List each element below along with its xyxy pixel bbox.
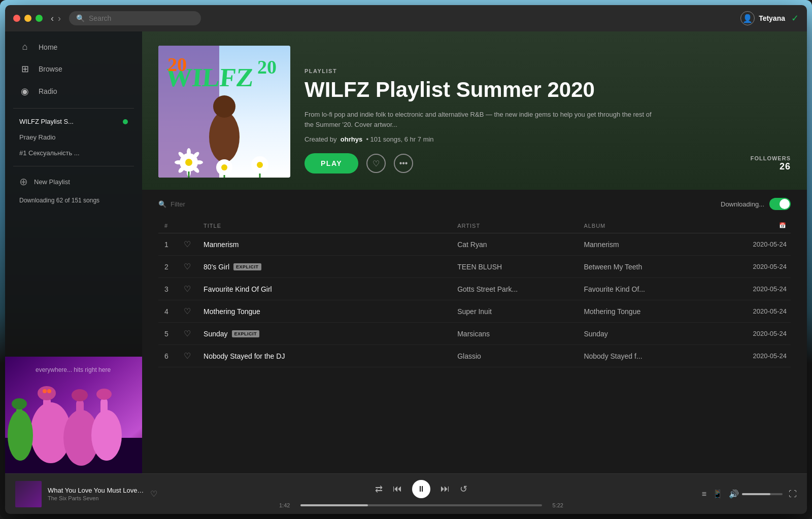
minimize-button[interactable] xyxy=(24,15,31,22)
calendar-icon: 📅 xyxy=(779,222,787,228)
svg-point-33 xyxy=(175,160,183,164)
fullscreen-button[interactable]: ⛶ xyxy=(789,490,797,499)
now-playing-info: What You Love You Must Love Now The Six … xyxy=(48,487,144,501)
more-options-button[interactable]: ••• xyxy=(394,154,413,173)
nav-forward-button[interactable]: › xyxy=(58,14,61,23)
col-header-artist: ARTIST xyxy=(451,218,578,233)
track-title: 80's Girl EXPLICIT xyxy=(197,256,419,278)
explicit-badge: EXPLICIT xyxy=(232,330,260,337)
next-button[interactable]: ⏭ xyxy=(441,483,450,494)
table-row[interactable]: 6 ♡ Nobody Stayed for the DJ Glassio xyxy=(158,345,791,367)
like-button[interactable]: ♡ xyxy=(184,239,191,249)
track-date: 2020-05-24 xyxy=(736,300,791,323)
col-header-title: TITLE xyxy=(197,218,419,233)
table-row[interactable]: 3 ♡ Favourite Kind Of Girl Gotts Street … xyxy=(158,278,791,300)
like-button[interactable]: ♡ xyxy=(184,306,191,316)
now-playing-title: What You Love You Must Love Now xyxy=(48,487,144,494)
track-album: Between My Teeth xyxy=(578,256,736,278)
new-playlist-button[interactable]: ⊕ New Playlist xyxy=(5,171,142,192)
pause-icon: ⏸ xyxy=(417,485,425,494)
playlist-meta: Created by ohrhys • 101 songs, 6 hr 7 mi… xyxy=(304,135,791,143)
sidebar-item-home[interactable]: ⌂ Home xyxy=(13,37,134,57)
title-with-badge: Mannerism xyxy=(204,240,413,249)
table-row[interactable]: 5 ♡ Sunday EXPLICIT Marsi xyxy=(158,323,791,345)
playlist-item-wilfz[interactable]: WILFZ Playlist S... xyxy=(13,114,134,129)
svg-point-13 xyxy=(47,389,51,393)
volume-icon-button[interactable]: 🔊 xyxy=(729,489,739,499)
close-button[interactable] xyxy=(13,15,20,22)
track-album: Mothering Tongue xyxy=(578,300,736,323)
filter-row: 🔍 Filter Downloading... xyxy=(158,198,791,210)
plus-icon: ⊕ xyxy=(19,176,28,188)
table-row[interactable]: 2 ♡ 80's Girl EXPLICIT TE xyxy=(158,256,791,278)
browse-icon: ⊞ xyxy=(19,63,30,75)
download-toggle[interactable] xyxy=(769,198,791,210)
now-playing-heart-button[interactable]: ♡ xyxy=(150,489,157,499)
devices-button[interactable]: 📱 xyxy=(713,489,723,499)
progress-track[interactable] xyxy=(300,504,542,506)
track-artist: TEEN BLUSH xyxy=(451,256,578,278)
like-button[interactable]: ♡ xyxy=(184,329,191,338)
svg-point-26 xyxy=(185,159,192,166)
track-title-text: Mannerism xyxy=(204,240,239,249)
shuffle-button[interactable]: ⇄ xyxy=(375,483,383,495)
cover-art-image: WILFZ 20 20 xyxy=(158,46,290,178)
created-by-prefix: Created by xyxy=(304,135,337,143)
like-button[interactable]: ♡ xyxy=(184,262,191,271)
nav-items: ⌂ Home ⊞ Browse ◉ Radio xyxy=(5,37,142,103)
track-number: 3 xyxy=(158,278,178,300)
checkmark-badge-icon: ✓ xyxy=(791,13,799,24)
sidebar-item-browse[interactable]: ⊞ Browse xyxy=(13,58,134,80)
search-bar[interactable]: 🔍 xyxy=(69,11,201,25)
table-row[interactable]: 4 ♡ Mothering Tongue Super Inuit xyxy=(158,300,791,323)
col-header-date: 📅 xyxy=(736,218,791,233)
nav-back-button[interactable]: ‹ xyxy=(51,14,54,23)
player-bar: What You Love You Must Love Now The Six … xyxy=(5,473,807,514)
svg-point-21 xyxy=(213,95,235,118)
radio-icon: ◉ xyxy=(19,86,30,97)
svg-rect-15 xyxy=(16,407,22,430)
track-explicit-col xyxy=(419,300,451,323)
like-button[interactable]: ♡ xyxy=(184,351,191,361)
track-list-section: 🔍 Filter Downloading... # xyxy=(142,190,807,473)
volume-control: 🔊 xyxy=(729,489,783,499)
svg-text:20: 20 xyxy=(257,56,277,78)
maximize-button[interactable] xyxy=(36,15,43,22)
player-right: ≡ 📱 🔊 ⛶ xyxy=(685,489,797,499)
play-pause-button[interactable]: ⏸ xyxy=(412,480,430,498)
filter-input-wrap[interactable]: 🔍 Filter xyxy=(158,200,185,208)
playlist-top1-label: #1 Сексуальність ... xyxy=(19,149,80,157)
sidebar-item-radio[interactable]: ◉ Radio xyxy=(13,81,134,102)
sidebar-item-radio-label: Radio xyxy=(39,87,57,95)
search-icon: 🔍 xyxy=(76,14,85,22)
playlist-item-top1[interactable]: #1 Сексуальність ... xyxy=(13,145,134,161)
title-with-badge: Sunday EXPLICIT xyxy=(204,330,413,338)
repeat-button[interactable]: ↺ xyxy=(460,483,467,495)
tracks-table: # TITLE ARTIST ALBUM 📅 xyxy=(158,218,791,367)
nav-arrows: ‹ › xyxy=(51,14,61,23)
followers-info: FOLLOWERS 26 xyxy=(751,155,791,172)
heart-button[interactable]: ♡ xyxy=(366,154,386,173)
track-artist: Gotts Street Park... xyxy=(451,278,578,300)
playlist-item-praey[interactable]: Praey Radio xyxy=(13,129,134,145)
play-button[interactable]: PLAY xyxy=(304,153,358,174)
playlist-praey-label: Praey Radio xyxy=(19,133,56,141)
volume-track[interactable] xyxy=(742,493,783,495)
like-button[interactable]: ♡ xyxy=(184,284,191,294)
download-status: Downloading 62 of 151 songs xyxy=(5,192,142,209)
track-album: Mannerism xyxy=(578,233,736,256)
new-playlist-label: New Playlist xyxy=(34,178,70,186)
prev-button[interactable]: ⏮ xyxy=(393,483,402,494)
track-album: Favourite Kind Of... xyxy=(578,278,736,300)
search-input[interactable] xyxy=(89,14,194,22)
svg-point-20 xyxy=(209,112,240,162)
table-row[interactable]: 1 ♡ Mannerism Cat Ryan Manner xyxy=(158,233,791,256)
user-info[interactable]: 👤 Tetyana xyxy=(740,11,785,25)
now-playing-artist: The Six Parts Seven xyxy=(48,495,144,501)
track-number: 4 xyxy=(158,300,178,323)
user-avatar-icon: 👤 xyxy=(740,11,755,25)
playlist-actions: PLAY ♡ ••• FOLLOWERS 26 xyxy=(304,153,791,174)
track-date: 2020-05-24 xyxy=(736,323,791,345)
queue-button[interactable]: ≡ xyxy=(702,490,706,499)
time-current: 1:42 xyxy=(279,502,295,508)
